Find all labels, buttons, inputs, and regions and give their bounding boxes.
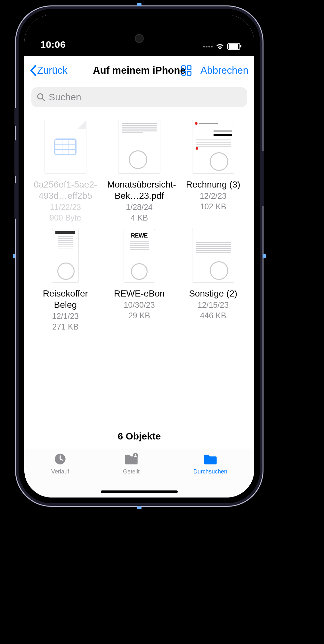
file-name: REWE-eBon (114, 288, 165, 299)
tab-label: Geteilt (123, 468, 140, 475)
tab-label: Verlauf (51, 468, 69, 475)
file-size: 271 KB (52, 322, 78, 331)
tab-bar: Verlauf Geteilt Durchsuchen (24, 448, 254, 498)
file-thumb-document (118, 120, 160, 174)
front-camera (135, 34, 144, 43)
navigation-bar: Zurück Auf meinem iPhone Abbrechen (24, 62, 254, 79)
file-size: 29 KB (128, 311, 150, 320)
file-name: Monatsübersicht-Bek…23.pdf (107, 179, 171, 201)
tab-durchsuchen[interactable]: Durchsuchen (193, 453, 227, 475)
search-icon (36, 93, 45, 102)
back-button[interactable]: Zurück (30, 65, 68, 76)
file-date: 1/28/24 (126, 203, 152, 212)
phone-bezel: 10:06 Zurück Auf meinem iPhone (19, 9, 260, 503)
file-thumb-letter (192, 229, 234, 283)
frame-mark (263, 254, 266, 258)
tab-verlauf[interactable]: Verlauf (51, 453, 69, 475)
file-name: Sonstige (2) (189, 288, 237, 299)
file-size: 900 Byte (50, 213, 81, 222)
file-item[interactable]: Monatsübersicht-Bek…23.pdf 1/28/24 4 KB (104, 120, 175, 222)
tab-label: Durchsuchen (193, 468, 227, 475)
screen: 10:06 Zurück Auf meinem iPhone (24, 15, 254, 498)
file-date: 12/2/23 (200, 191, 226, 201)
file-grid: 0a256ef1-5ae2-493d…eff2b5 11/22/23 900 B… (24, 107, 254, 331)
phone-frame: 10:06 Zurück Auf meinem iPhone (16, 6, 263, 506)
file-size: 446 KB (200, 311, 226, 320)
file-size: 4 KB (131, 213, 148, 222)
file-thumb-receipt (52, 229, 79, 283)
status-time: 10:06 (40, 39, 66, 50)
search-field[interactable]: Suchen (31, 87, 247, 107)
file-item[interactable]: REWE REWE-eBon 10/30/23 29 KB (104, 229, 175, 331)
file-item[interactable]: Rechnung (3) 12/2/23 102 KB (178, 120, 248, 222)
svg-rect-3 (187, 71, 191, 75)
mute-switch (14, 108, 18, 126)
chevron-left-icon (30, 65, 36, 76)
frame-mark (13, 254, 15, 258)
shared-folder-icon (124, 453, 139, 467)
file-thumb-rewe: REWE (124, 229, 155, 283)
svg-point-8 (134, 454, 136, 456)
file-thumb-spreadsheet (44, 120, 86, 174)
file-size: 102 KB (200, 202, 226, 211)
power-button (261, 151, 264, 206)
battery-icon (227, 43, 240, 50)
tab-geteilt[interactable]: Geteilt (123, 453, 140, 475)
svg-line-5 (42, 98, 45, 101)
object-count: 6 Objekte (24, 431, 254, 442)
file-date: 12/15/23 (198, 300, 229, 310)
back-label: Zurück (37, 65, 68, 76)
file-date: 11/22/23 (50, 203, 81, 212)
clock-icon (53, 453, 68, 467)
wifi-icon (216, 43, 224, 50)
volume-down (14, 183, 18, 219)
svg-rect-1 (187, 66, 191, 70)
cancel-button[interactable]: Abbrechen (200, 65, 248, 76)
notch (96, 15, 182, 26)
file-item[interactable]: 0a256ef1-5ae2-493d…eff2b5 11/22/23 900 B… (30, 120, 101, 222)
device-mock-stage: 10:06 Zurück Auf meinem iPhone (0, 0, 324, 644)
file-date: 12/1/23 (52, 312, 79, 321)
frame-mark (137, 3, 142, 6)
folder-icon (203, 453, 218, 467)
frame-mark (137, 506, 142, 509)
volume-up (14, 140, 18, 176)
file-name: 0a256ef1-5ae2-493d…eff2b5 (33, 179, 97, 201)
file-item[interactable]: Sonstige (2) 12/15/23 446 KB (178, 229, 248, 331)
home-indicator[interactable] (101, 490, 178, 493)
file-name: Reisekoffer Beleg (33, 288, 97, 310)
file-thumb-invoice (192, 120, 234, 174)
file-name: Rechnung (3) (186, 179, 240, 190)
status-indicators (203, 43, 240, 50)
file-item[interactable]: Reisekoffer Beleg 12/1/23 271 KB (30, 229, 101, 331)
file-date: 10/30/23 (124, 300, 155, 310)
search-placeholder: Suchen (49, 92, 81, 103)
page-title: Auf meinem iPhone (93, 65, 185, 76)
recording-dots-icon (203, 46, 213, 47)
